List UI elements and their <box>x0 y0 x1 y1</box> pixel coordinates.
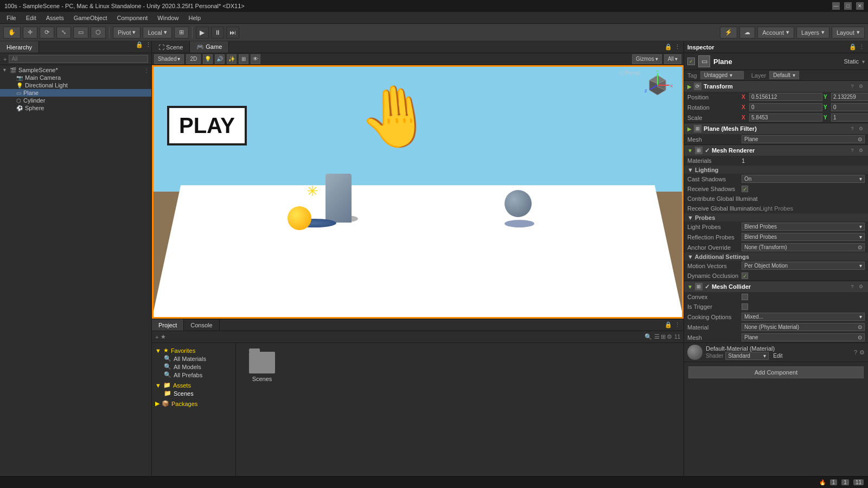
mc-settings-btn[interactable]: ⚙ <box>857 283 865 290</box>
dynamic-occlusion-checkbox[interactable]: ✓ <box>742 272 748 279</box>
2d-button[interactable]: 2D <box>186 54 201 64</box>
add-component-button[interactable]: Add Component <box>688 366 864 378</box>
edit-shader-btn[interactable]: Edit <box>773 353 782 359</box>
pos-x-input[interactable] <box>749 93 822 101</box>
step-button[interactable]: ⏭ <box>226 27 239 39</box>
project-tab[interactable]: Project <box>152 319 184 331</box>
hidden-objects[interactable]: 👁 <box>251 54 260 64</box>
lighting-header[interactable]: ▼ Lighting <box>684 166 868 174</box>
toolbar-scale-tool[interactable]: ⤡ <box>56 27 71 39</box>
grid-button[interactable]: ⊞ <box>174 27 189 39</box>
scenes-item[interactable]: 📁 Scenes <box>155 389 232 397</box>
mr-help-btn[interactable]: ? <box>848 147 856 154</box>
mc-help-btn[interactable]: ? <box>848 283 856 290</box>
reflection-probes-dropdown[interactable]: Blend Probes ▾ <box>742 233 865 241</box>
hierarchy-item-main-camera[interactable]: 📷 Main Camera <box>0 74 151 81</box>
light-toggle[interactable]: 💡 <box>203 54 213 64</box>
mesh-filter-header[interactable]: ▶ ⊞ Plane (Mesh Filter) ? ⚙ <box>684 123 868 134</box>
scenes-asset-item[interactable]: Scenes <box>240 347 284 386</box>
transform-header[interactable]: ▶ ⟳ Transform ? ⚙ <box>684 81 868 92</box>
menu-file[interactable]: File <box>2 14 21 22</box>
menu-edit[interactable]: Edit <box>22 14 41 22</box>
scale-y-input[interactable] <box>831 113 868 122</box>
layout-dropdown[interactable]: Layout ▾ <box>832 27 865 39</box>
transform-settings-btn[interactable]: ⚙ <box>857 83 865 90</box>
rot-y-input[interactable] <box>831 103 868 111</box>
light-probes-dropdown[interactable]: Blend Probes ▾ <box>742 223 865 231</box>
shaded-dropdown[interactable]: Shaded ▾ <box>154 54 184 64</box>
all-prefabs-item[interactable]: 🔍 All Prefabs <box>155 371 232 379</box>
hierarchy-menu-icon[interactable]: ⋮ <box>145 41 151 53</box>
pause-button[interactable]: ⏸ <box>211 27 224 39</box>
receive-shadows-checkbox[interactable]: ✓ <box>742 186 748 192</box>
game-tab[interactable]: 🎮 Game <box>190 41 229 53</box>
gizmos-dropdown[interactable]: Gizmos ▾ <box>632 54 662 64</box>
hierarchy-lock-icon[interactable]: 🔒 <box>136 41 143 53</box>
fx-toggle[interactable]: ✨ <box>227 54 237 64</box>
mr-settings-btn[interactable]: ⚙ <box>857 147 865 154</box>
packages-header[interactable]: ▶ 📦 Packages <box>155 400 232 408</box>
scene-view-options[interactable]: ⊞ <box>239 54 248 64</box>
close-button[interactable]: ✕ <box>856 2 864 10</box>
scene-lock-icon[interactable]: 🔒 <box>665 43 672 50</box>
inspector-lock-icon[interactable]: 🔒 <box>849 43 857 50</box>
menu-window[interactable]: Window <box>153 14 183 22</box>
mc-checkbox[interactable]: ✓ <box>705 283 710 290</box>
scene-canvas[interactable]: ✳ PLAY 🤚 ◁ Persp <box>152 65 684 319</box>
all-materials-item[interactable]: 🔍 All Materials <box>155 354 232 363</box>
mf-settings-btn[interactable]: ⚙ <box>857 125 865 132</box>
collab-button[interactable]: ⚡ <box>720 27 737 39</box>
mesh-dropdown[interactable]: Plane ⊙ <box>742 135 865 143</box>
pivot-button[interactable]: Pivot ▾ <box>113 27 141 39</box>
collider-mesh-dropdown[interactable]: Plane ⊙ <box>742 333 865 341</box>
layers-dropdown[interactable]: Layers ▾ <box>796 27 829 39</box>
minimize-button[interactable]: — <box>832 2 840 10</box>
convex-checkbox[interactable] <box>742 294 748 300</box>
collider-material-dropdown[interactable]: None (Physic Material) ⊙ <box>742 323 865 331</box>
mesh-renderer-header[interactable]: ▼ ⊞ ✓ Mesh Renderer ? ⚙ <box>684 145 868 156</box>
toolbar-move-tool[interactable]: ✛ <box>23 27 37 39</box>
all-models-item[interactable]: 🔍 All Models <box>155 363 232 371</box>
play-button[interactable]: ▶ <box>196 27 209 39</box>
mf-help-btn[interactable]: ? <box>848 125 856 132</box>
scene-gizmo[interactable]: X Y Z <box>643 71 673 100</box>
pos-y-input[interactable] <box>831 93 868 101</box>
inspector-menu-icon[interactable]: ⋮ <box>859 43 865 50</box>
material-help-btn[interactable]: ? <box>854 349 857 356</box>
toolbar-hand-tool[interactable]: ✋ <box>3 27 21 39</box>
hierarchy-item-sample-scene[interactable]: ▼ 🎬 SampleScene* ⋮ <box>0 66 151 74</box>
hierarchy-item-plane[interactable]: ▭ Plane <box>0 89 151 97</box>
settings-icon[interactable]: ⚙ <box>667 333 672 340</box>
hierarchy-search-input[interactable] <box>9 55 148 63</box>
toolbar-rotate-tool[interactable]: ⟳ <box>40 27 54 39</box>
menu-gameobject[interactable]: GameObject <box>69 14 112 22</box>
layer-dropdown[interactable]: Default ▾ <box>769 71 799 79</box>
transform-help-btn[interactable]: ? <box>848 83 856 90</box>
list-view-icon[interactable]: ☰ <box>654 333 660 340</box>
toolbar-transform-tool[interactable]: ⬡ <box>91 27 106 39</box>
hierarchy-item-directional-light[interactable]: 💡 Directional Light <box>0 81 151 89</box>
tag-dropdown[interactable]: Untagged ▾ <box>700 71 744 79</box>
favorites-header[interactable]: ▼ ★ Favorites <box>155 346 232 354</box>
hierarchy-context-icon[interactable]: ⋮ <box>144 67 149 73</box>
title-bar-controls[interactable]: — □ ✕ <box>832 2 864 10</box>
material-settings-btn[interactable]: ⚙ <box>859 349 865 356</box>
probes-header[interactable]: ▼ Probes <box>684 213 868 221</box>
console-tab[interactable]: Console <box>184 319 219 331</box>
toolbar-rect-tool[interactable]: ▭ <box>73 27 88 39</box>
anchor-override-dropdown[interactable]: None (Transform) ⊙ <box>742 243 865 251</box>
additional-settings-header[interactable]: ▼ Additional Settings <box>684 252 868 261</box>
menu-component[interactable]: Component <box>112 14 152 22</box>
cast-shadows-dropdown[interactable]: On ▾ <box>742 175 865 183</box>
add-icon[interactable]: + <box>155 334 158 340</box>
maximize-button[interactable]: □ <box>844 2 852 10</box>
all-dropdown[interactable]: All ▾ <box>664 54 681 64</box>
cloud-button[interactable]: ☁ <box>739 27 755 39</box>
audio-toggle[interactable]: 🔊 <box>215 54 225 64</box>
scale-x-input[interactable] <box>749 113 822 122</box>
project-menu-icon[interactable]: ⋮ <box>674 321 680 328</box>
grid-view-icon[interactable]: ⊞ <box>661 333 666 340</box>
favorites-icon[interactable]: ★ <box>161 333 166 340</box>
menu-help[interactable]: Help <box>184 14 205 22</box>
scene-tab[interactable]: ⛶ Scene <box>152 41 190 53</box>
